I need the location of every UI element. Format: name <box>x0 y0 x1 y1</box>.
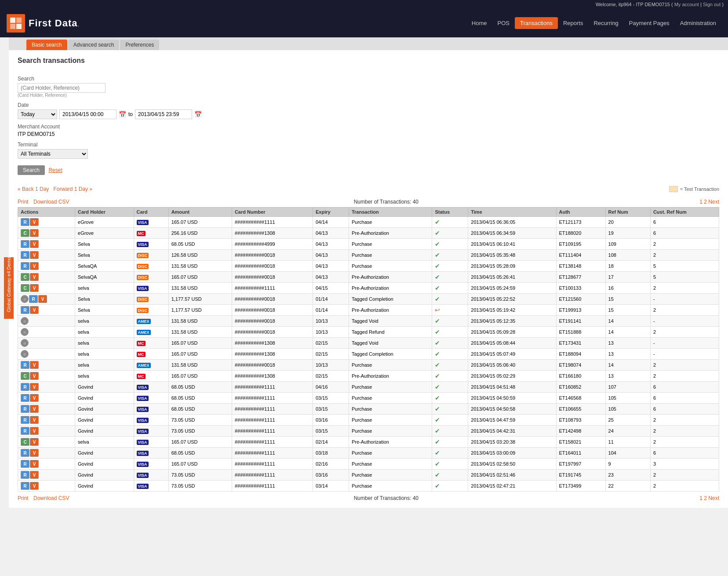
col-card-number-sort[interactable]: Card Number <box>235 209 266 215</box>
cell-status: ✔ <box>432 415 468 426</box>
calendar-from-icon[interactable]: 📅 <box>119 111 126 118</box>
action-btn-r[interactable]: R <box>21 361 29 369</box>
page-1-link[interactable]: 1 <box>699 199 703 205</box>
action-btn-v[interactable]: V <box>30 482 39 490</box>
search-input[interactable] <box>18 83 106 93</box>
cell-expiry: 03/15 <box>313 426 349 437</box>
cell-time: 2013/04/15 03:20:38 <box>468 437 556 448</box>
action-btn-v[interactable]: V <box>30 460 39 468</box>
search-button[interactable]: Search <box>18 165 45 175</box>
action-btn-v[interactable]: V <box>30 306 39 314</box>
footer-next-link[interactable]: Next <box>708 495 719 501</box>
col-auth-sort[interactable]: Auth <box>559 209 570 215</box>
action-btn-r[interactable]: R <box>21 405 29 413</box>
action-btn-r[interactable]: R <box>21 251 29 259</box>
action-btn-v[interactable]: V <box>30 229 39 237</box>
nav-reports[interactable]: Reports <box>558 17 589 29</box>
col-cust-ref-sort[interactable]: Cust. Ref Num <box>653 209 687 215</box>
action-btn-r[interactable]: R <box>21 460 29 468</box>
my-account-link[interactable]: My account <box>674 2 699 7</box>
action-btn-v[interactable]: V <box>30 427 39 435</box>
action-btn-v[interactable]: V <box>30 218 39 226</box>
col-amount-sort[interactable]: Amount <box>171 209 190 215</box>
action-btn-r[interactable]: R <box>21 240 29 248</box>
action-btn-r[interactable]: R <box>21 449 29 457</box>
footer-download-csv-link[interactable]: Download CSV <box>33 495 69 501</box>
action-btn-r[interactable]: R <box>21 383 29 391</box>
action-btn-v[interactable]: V <box>30 416 39 424</box>
action-btn-circle[interactable]: ○ <box>21 339 29 347</box>
action-btn-r[interactable]: R <box>21 306 29 314</box>
cell-ref-num: 107 <box>605 382 650 393</box>
action-btn-r[interactable]: R <box>21 482 29 490</box>
action-btn-v[interactable]: V <box>30 284 39 292</box>
print-link[interactable]: Print <box>18 199 29 205</box>
forward-day-link[interactable]: Forward 1 Day » <box>53 186 92 192</box>
action-btn-v[interactable]: V <box>30 372 39 380</box>
download-csv-link[interactable]: Download CSV <box>33 199 69 205</box>
action-btn-v[interactable]: V <box>30 361 39 369</box>
action-btn-r[interactable]: R <box>21 262 29 270</box>
action-btn-circle[interactable]: ○ <box>21 317 29 325</box>
tab-preferences[interactable]: Preferences <box>120 40 159 50</box>
nav-home[interactable]: Home <box>466 17 492 29</box>
col-expiry-sort[interactable]: Expiry <box>316 209 331 215</box>
page-2-link[interactable]: 2 <box>704 199 707 205</box>
col-transaction-sort[interactable]: Transaction <box>352 209 379 215</box>
col-card-holder-sort[interactable]: Card Holder <box>78 209 106 215</box>
action-btn-v[interactable]: V <box>30 471 39 479</box>
action-btn-v[interactable]: V <box>30 394 39 402</box>
col-time-sort[interactable]: Time <box>471 209 482 215</box>
reset-button[interactable]: Reset <box>46 165 64 175</box>
action-btn-v[interactable]: V <box>30 438 39 446</box>
nav-pos[interactable]: POS <box>492 17 515 29</box>
footer-page-2-link[interactable]: 2 <box>704 495 707 501</box>
nav-administration[interactable]: Administration <box>675 17 721 29</box>
action-btn-v[interactable]: V <box>30 383 39 391</box>
action-btn-v[interactable]: V <box>30 449 39 457</box>
action-btn-v[interactable]: V <box>30 262 39 270</box>
action-btn-r[interactable]: R <box>21 427 29 435</box>
action-btn-v[interactable]: V <box>38 295 47 303</box>
action-btn-c[interactable]: C <box>21 229 29 237</box>
action-btn-v[interactable]: V <box>30 240 39 248</box>
action-btn-c[interactable]: C <box>21 273 29 281</box>
action-btn-c[interactable]: C <box>21 438 29 446</box>
col-status-sort[interactable]: Status <box>435 209 450 215</box>
action-btn-r[interactable]: R <box>29 295 38 303</box>
action-btn-v[interactable]: V <box>30 273 39 281</box>
footer-print-link[interactable]: Print <box>18 495 29 501</box>
next-link[interactable]: Next <box>708 199 719 205</box>
cell-expiry: 04/13 <box>313 228 349 239</box>
action-btn-r[interactable]: R <box>21 416 29 424</box>
terminal-select[interactable]: All Terminals <box>18 149 88 159</box>
cell-amount: 165.07 USD <box>168 338 232 349</box>
action-btn-r[interactable]: R <box>21 394 29 402</box>
action-btn-circle[interactable]: ○ <box>21 295 29 303</box>
action-btn-c[interactable]: C <box>21 284 29 292</box>
cell-ref-num: 11 <box>605 437 650 448</box>
action-btn-v[interactable]: V <box>30 251 39 259</box>
nav-payment-pages[interactable]: Payment Pages <box>624 17 675 29</box>
action-btn-r[interactable]: R <box>21 471 29 479</box>
col-ref-sort[interactable]: Ref Num <box>608 209 628 215</box>
action-btn-circle[interactable]: ○ <box>21 328 29 336</box>
date-from-input[interactable] <box>59 109 116 119</box>
sign-out-link[interactable]: Sign out <box>703 2 721 7</box>
nav-recurring[interactable]: Recurring <box>588 17 623 29</box>
cell-cust-ref-num: 2 <box>650 239 719 250</box>
action-btn-circle[interactable]: ○ <box>21 350 29 358</box>
cell-ref-num: 17 <box>605 272 650 283</box>
tab-advanced-search[interactable]: Advanced search <box>68 40 120 50</box>
action-btn-c[interactable]: C <box>21 372 29 380</box>
date-preset-select[interactable]: Today Yesterday Last 7 Days Custom <box>18 109 57 119</box>
action-btn-r[interactable]: R <box>21 218 29 226</box>
footer-page-1-link[interactable]: 1 <box>699 495 703 501</box>
nav-transactions[interactable]: Transactions <box>515 17 558 29</box>
tab-basic-search[interactable]: Basic search <box>26 40 67 50</box>
date-to-input[interactable] <box>135 109 192 119</box>
calendar-to-icon[interactable]: 📅 <box>194 111 202 118</box>
cell-auth: ET173431 <box>556 338 605 349</box>
back-day-link[interactable]: « Back 1 Day <box>18 186 49 192</box>
action-btn-v[interactable]: V <box>30 405 39 413</box>
